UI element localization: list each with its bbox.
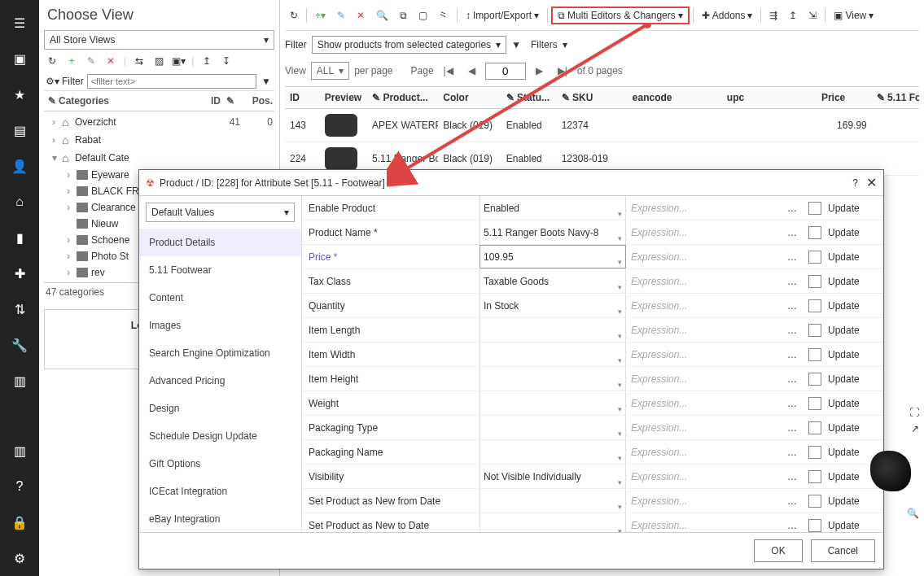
update-label[interactable]: Update: [828, 398, 877, 409]
star-icon[interactable]: ★: [11, 86, 28, 103]
wrench-icon[interactable]: 🔧: [11, 337, 28, 353]
expression-input[interactable]: Expression...: [626, 203, 782, 214]
help-icon[interactable]: ?: [11, 478, 28, 495]
update-label[interactable]: Update: [828, 373, 877, 385]
expression-input[interactable]: Expression...: [626, 251, 782, 263]
expression-input[interactable]: Expression...: [626, 227, 782, 238]
menu-icon[interactable]: ☰: [11, 15, 28, 31]
refresh-main-icon[interactable]: ↻: [285, 7, 303, 24]
tab-values-dropdown[interactable]: Default Values ▾: [146, 203, 295, 222]
sort-up-icon[interactable]: ↥: [200, 55, 213, 68]
dialog-tab[interactable]: Search Engine Optimization: [139, 339, 301, 367]
expression-input[interactable]: Expression...: [626, 300, 782, 312]
column-header[interactable]: ✎ SKU: [557, 87, 628, 108]
update-checkbox[interactable]: [808, 324, 821, 337]
update-label[interactable]: Update: [828, 276, 877, 287]
edit-icon[interactable]: ✎: [85, 55, 98, 68]
close-icon[interactable]: ✕: [866, 175, 877, 190]
expression-input[interactable]: Expression...: [626, 447, 782, 458]
tool2-icon[interactable]: ↥: [784, 7, 802, 24]
next-page-icon[interactable]: ▶: [531, 63, 548, 78]
crop-icon[interactable]: ⺀: [434, 5, 453, 25]
last-page-icon[interactable]: ▶|: [553, 63, 572, 78]
delete-main-icon[interactable]: ✕: [352, 7, 370, 24]
funnel-icon[interactable]: ▼: [260, 75, 273, 88]
more-icon[interactable]: …: [782, 227, 802, 238]
dialog-tab[interactable]: ICEcat Integration: [139, 478, 301, 505]
update-checkbox[interactable]: [808, 226, 821, 239]
expression-input[interactable]: Expression...: [626, 349, 782, 360]
tool1-icon[interactable]: ⇶: [764, 7, 782, 24]
filter-input[interactable]: [87, 74, 256, 89]
add-main-icon[interactable]: +▾: [310, 7, 331, 24]
gear-small-icon[interactable]: ⚙▾: [46, 75, 59, 88]
filters-button[interactable]: Filters▾: [526, 37, 572, 53]
ok-button[interactable]: OK: [754, 539, 802, 562]
paste-icon[interactable]: ▢: [414, 7, 432, 24]
tree-row[interactable]: ▾ Default Cate: [44, 149, 274, 167]
update-checkbox[interactable]: [808, 373, 821, 386]
form-value[interactable]: ▾: [480, 489, 626, 513]
update-label[interactable]: Update: [828, 325, 877, 336]
expression-input[interactable]: Expression...: [626, 471, 782, 482]
gear-icon[interactable]: ⚙: [11, 550, 28, 566]
multi-editors-button[interactable]: ⧉ Multi Editors & Changers▾: [551, 7, 690, 24]
more-icon[interactable]: …: [782, 349, 802, 360]
update-label[interactable]: Update: [828, 251, 877, 263]
person-icon[interactable]: 👤: [11, 158, 28, 174]
more-icon[interactable]: …: [782, 447, 802, 458]
expression-input[interactable]: Expression...: [626, 422, 782, 434]
expression-input[interactable]: Expression...: [626, 398, 782, 409]
update-checkbox[interactable]: [808, 519, 821, 532]
column-header[interactable]: ID: [285, 87, 320, 108]
more-icon[interactable]: …: [782, 300, 802, 312]
update-label[interactable]: Update: [828, 203, 877, 214]
search-icon[interactable]: 🔍: [371, 7, 393, 24]
update-checkbox[interactable]: [808, 299, 821, 312]
page-input[interactable]: [485, 63, 526, 80]
first-page-icon[interactable]: |◀: [439, 63, 458, 78]
update-checkbox[interactable]: [808, 275, 821, 288]
filter-select[interactable]: Show products from selected categories ▾: [312, 36, 506, 54]
form-value[interactable]: ▾: [480, 440, 626, 464]
basket-icon[interactable]: ⌂: [11, 194, 28, 210]
addons-button[interactable]: ✚ Addons▾: [697, 7, 758, 24]
more-icon[interactable]: …: [782, 251, 802, 263]
dialog-tab[interactable]: Content: [139, 284, 301, 312]
transfer-icon[interactable]: ⇅: [11, 301, 28, 317]
form-value[interactable]: ▾: [480, 513, 626, 532]
add-icon[interactable]: +: [65, 55, 78, 68]
update-label[interactable]: Update: [828, 349, 877, 360]
column-header[interactable]: Price: [817, 87, 872, 108]
form-value[interactable]: 109.95▾: [480, 245, 626, 268]
column-header[interactable]: ✎ 5.11 Fo...: [872, 87, 919, 108]
view-button[interactable]: ▣ View▾: [829, 7, 878, 24]
form-value[interactable]: ▾: [480, 318, 626, 342]
edit-main-icon[interactable]: ✎: [332, 7, 350, 24]
column-header[interactable]: ✎ Statu...: [501, 87, 557, 108]
form-value[interactable]: ▾: [480, 416, 626, 439]
more-icon[interactable]: …: [782, 398, 802, 409]
more-icon[interactable]: …: [782, 471, 802, 482]
store-view-dropdown[interactable]: All Store Views ▾: [44, 30, 274, 50]
chart-icon[interactable]: ▮: [11, 229, 28, 246]
update-label[interactable]: Update: [828, 300, 877, 312]
cancel-button[interactable]: Cancel: [811, 539, 875, 562]
more-icon[interactable]: …: [782, 203, 802, 214]
update-checkbox[interactable]: [808, 397, 821, 410]
more-icon[interactable]: …: [782, 495, 802, 507]
funnel-filters-icon[interactable]: ▼: [511, 39, 521, 50]
column-header[interactable]: eancode: [628, 87, 722, 108]
image-icon[interactable]: ▨: [152, 55, 165, 68]
update-checkbox[interactable]: [808, 446, 821, 459]
more-icon[interactable]: …: [782, 520, 802, 531]
update-checkbox[interactable]: [808, 421, 821, 434]
form-value[interactable]: Enabled▾: [480, 196, 626, 220]
expression-input[interactable]: Expression...: [626, 325, 782, 336]
update-label[interactable]: Update: [828, 227, 877, 238]
copy-icon[interactable]: ⧉: [395, 7, 412, 24]
more-icon[interactable]: …: [782, 325, 802, 336]
prev-page-icon[interactable]: ◀: [463, 63, 480, 78]
form-value[interactable]: Taxable Goods▾: [480, 269, 626, 293]
dialog-tab[interactable]: Design: [139, 395, 301, 422]
